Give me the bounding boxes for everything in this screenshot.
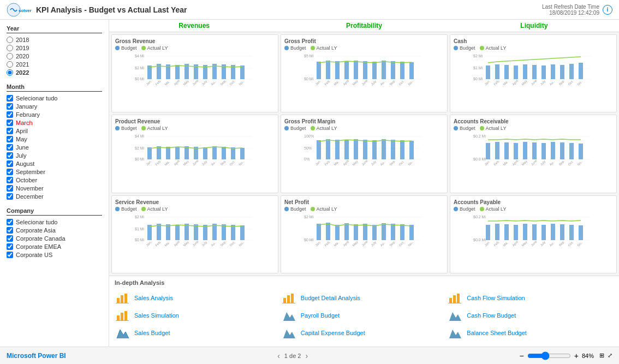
svg-rect-249: [116, 303, 129, 303]
svg-rect-90: [317, 62, 321, 79]
svg-rect-98: [391, 61, 395, 79]
svg-text:June: June: [361, 239, 368, 247]
svg-rect-257: [282, 303, 295, 303]
header-right: Last Refresh Date Time 18/08/2019 12:42:…: [542, 4, 612, 16]
footer-nav: ‹ 1 de 2 ›: [277, 351, 308, 360]
svg-rect-70: [203, 225, 207, 240]
sales-analysis-label[interactable]: Sales Analysis: [134, 295, 173, 301]
product-revenue-legend: Budget Actual LY: [115, 126, 275, 131]
cash-flow-budget-item[interactable]: Cash Flow Budget: [447, 308, 614, 323]
revenues-column: Gross Revenue Budget Actual LY $4 Mi $2 …: [111, 34, 278, 273]
svg-text:Feb.: Feb.: [154, 240, 162, 247]
budget-detail-item[interactable]: Budget Detail Analysis: [281, 290, 448, 306]
svg-text:$2 Mi: $2 Mi: [135, 66, 145, 70]
year-2020[interactable]: 2020: [7, 53, 102, 59]
svg-rect-42: [203, 147, 207, 159]
payroll-budget-item[interactable]: Payroll Budget: [281, 308, 448, 323]
company-corporate-us[interactable]: Corporate US: [7, 252, 102, 258]
svg-rect-206: [560, 142, 564, 159]
fit-page-button[interactable]: ⊞: [599, 352, 604, 359]
month-october[interactable]: October: [7, 177, 102, 183]
svg-text:Ma.: Ma.: [164, 160, 170, 166]
svg-text:Ma.: Ma.: [333, 241, 340, 247]
refresh-datetime: 18/08/2019 12:42:09: [542, 10, 599, 16]
svg-text:Oct.: Oct.: [398, 240, 404, 247]
capital-expense-label[interactable]: Capital Expense Budget: [301, 330, 365, 336]
cash-flow-simulation-item[interactable]: Cash Flow Simulation: [447, 290, 614, 306]
month-january[interactable]: January: [7, 103, 102, 110]
month-september[interactable]: September: [7, 169, 102, 175]
cash-flow-simulation-label[interactable]: Cash Flow Simulation: [467, 295, 525, 301]
year-2021[interactable]: 2021: [7, 61, 102, 68]
month-april[interactable]: April: [7, 128, 102, 134]
month-december[interactable]: December: [7, 193, 102, 200]
svg-text:May: May: [521, 240, 527, 247]
svg-text:Sep.: Sep.: [558, 159, 565, 166]
svg-text:Oct.: Oct.: [398, 160, 404, 166]
balance-sheet-budget-label[interactable]: Balance Sheet Budget: [467, 330, 526, 336]
capital-expense-item[interactable]: Capital Expense Budget: [281, 325, 448, 341]
prev-page-button[interactable]: ‹: [277, 351, 280, 360]
fullscreen-button[interactable]: ⤢: [608, 352, 612, 359]
sales-budget-item[interactable]: Sales Budget: [115, 325, 281, 341]
svg-text:April: April: [173, 159, 180, 166]
month-july[interactable]: July: [7, 152, 102, 159]
service-revenue-chart: $2 Mi $1 Mi $0 Mi: [115, 213, 275, 270]
svg-rect-201: [514, 143, 518, 159]
svg-rect-203: [532, 142, 537, 159]
budget-detail-label[interactable]: Budget Detail Analysis: [301, 295, 360, 301]
month-may[interactable]: May: [7, 136, 102, 142]
sales-simulation-item[interactable]: Sales Simulation: [115, 308, 281, 323]
balance-sheet-budget-item[interactable]: Balance Sheet Budget: [447, 325, 614, 341]
powerbi-brand[interactable]: Microsoft Power BI: [7, 352, 66, 360]
month-march[interactable]: March: [7, 120, 102, 126]
svg-rect-226: [504, 224, 509, 240]
payroll-budget-label[interactable]: Payroll Budget: [301, 312, 340, 319]
company-corporate-canada[interactable]: Corporate Canada: [7, 235, 102, 242]
company-corporate-emea[interactable]: Corporate EMEA: [7, 243, 102, 250]
year-2022[interactable]: 2022: [7, 69, 102, 76]
info-button[interactable]: i: [603, 5, 612, 15]
svg-text:June: June: [192, 159, 199, 166]
svg-rect-99: [400, 62, 404, 79]
bar-chart-icon-3: [281, 290, 296, 306]
pl-budget-item[interactable]: P&L Budget w/Detail: [281, 343, 448, 347]
month-june[interactable]: June: [7, 144, 102, 151]
solver-logo: solver: [7, 3, 31, 17]
svg-text:May: May: [352, 240, 358, 247]
main-container: solver KPI Analysis - Budget vs Actual L…: [0, 0, 619, 364]
svg-rect-207: [569, 143, 574, 159]
zoom-plus[interactable]: +: [574, 351, 579, 360]
company-corporate-asia[interactable]: Corporate Asia: [7, 227, 102, 234]
company-selecionar-tudo[interactable]: Selecionar tudo: [7, 219, 102, 225]
svg-text:$1 Mi: $1 Mi: [473, 66, 483, 70]
sales-analysis-item[interactable]: Sales Analysis: [115, 290, 281, 306]
analysis-column-2: Budget Detail Analysis Payroll Budget: [281, 290, 448, 347]
month-selecionar-tudo[interactable]: Selecionar tudo: [7, 95, 102, 102]
next-page-button[interactable]: ›: [305, 351, 308, 360]
month-february[interactable]: February: [7, 111, 102, 118]
svg-text:Ma.: Ma.: [333, 160, 340, 166]
month-august[interactable]: August: [7, 160, 102, 167]
svg-text:Au..: Au..: [549, 80, 555, 86]
sidebar: Year 2018 2019 2020 2021 2022 Month Sele…: [0, 20, 109, 347]
year-2019[interactable]: 2019: [7, 45, 102, 51]
sales-simulation-label[interactable]: Sales Simulation: [134, 312, 179, 319]
svg-rect-39: [175, 147, 180, 159]
svg-text:$0 Mi: $0 Mi: [473, 77, 483, 81]
zoom-minus[interactable]: −: [520, 351, 524, 360]
cash-flow-budget-label[interactable]: Cash Flow Budget: [467, 312, 516, 319]
svg-rect-228: [523, 224, 527, 240]
svg-text:Au..: Au..: [210, 80, 217, 86]
svg-rect-128: [409, 141, 414, 159]
svg-rect-40: [184, 146, 189, 159]
sales-budget-label[interactable]: Sales Budget: [134, 330, 170, 336]
zoom-slider[interactable]: [527, 351, 571, 360]
year-2018[interactable]: 2018: [7, 37, 102, 43]
svg-rect-36: [147, 147, 152, 159]
svg-text:Feb.: Feb.: [493, 79, 500, 86]
svg-rect-204: [541, 143, 546, 159]
month-november[interactable]: November: [7, 185, 102, 192]
svg-rect-258: [449, 298, 452, 303]
svg-rect-259: [453, 295, 456, 303]
